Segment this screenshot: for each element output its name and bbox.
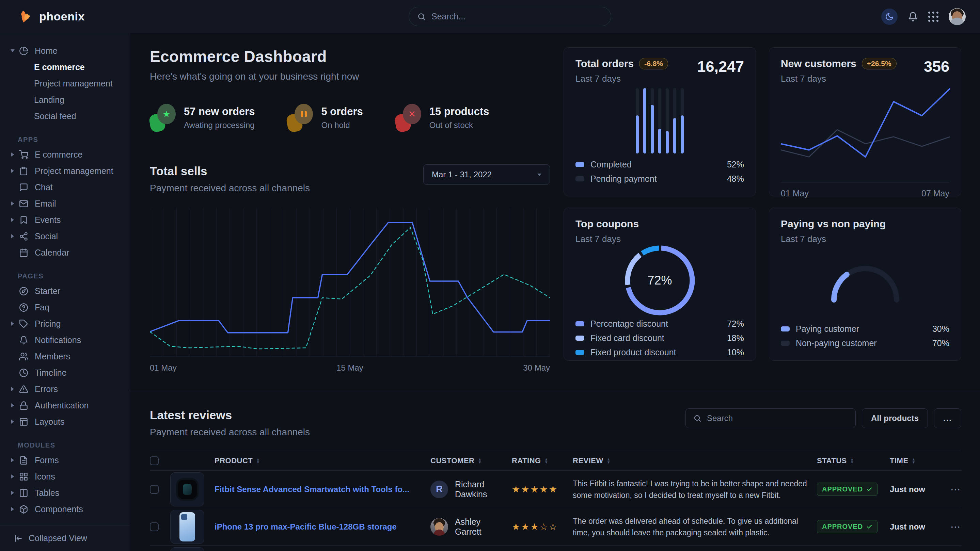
sidebar-subitem-social-feed[interactable]: Social feed bbox=[0, 108, 130, 124]
sidebar-item-calendar[interactable]: Calendar bbox=[0, 245, 130, 261]
sidebar-item-label: Starter bbox=[35, 286, 60, 296]
user-avatar[interactable] bbox=[949, 8, 966, 25]
legend-row: Fixed product discount 10% bbox=[576, 345, 744, 359]
sidebar-item-layouts[interactable]: Layouts bbox=[0, 413, 130, 430]
x-label: 01 May bbox=[781, 189, 809, 198]
row-checkbox[interactable] bbox=[150, 522, 159, 531]
top-coupons-card: Top coupons Last 7 days 72% Percentage d… bbox=[563, 208, 756, 361]
legend-value: 30% bbox=[932, 324, 949, 334]
x-icon: ✕ bbox=[408, 109, 416, 119]
sidebar-item-notifications[interactable]: Notifications bbox=[0, 332, 130, 348]
sidebar-item-icons[interactable]: Icons bbox=[0, 468, 130, 484]
main-content: Ecommerce Dashboard Here's what's going … bbox=[130, 33, 980, 551]
legend-swatch bbox=[576, 176, 584, 181]
new-customers-chart-svg bbox=[781, 84, 950, 173]
column-header-customer[interactable]: CUSTOMER▲▼ bbox=[430, 456, 507, 465]
new-customers-card: New customers +26.5% Last 7 days 356 01 … bbox=[769, 47, 961, 196]
collapse-view-button[interactable]: Collapsed View bbox=[0, 525, 130, 551]
cart-icon bbox=[19, 150, 29, 159]
sidebar-item-members[interactable]: Members bbox=[0, 348, 130, 365]
card-period: Last 7 days bbox=[576, 73, 697, 84]
legend-swatch bbox=[781, 341, 790, 346]
column-header-time[interactable]: TIME▲▼ bbox=[890, 456, 937, 465]
theme-toggle-button[interactable] bbox=[881, 8, 897, 25]
sidebar-item-events[interactable]: Events bbox=[0, 212, 130, 228]
donut-center-value: 72% bbox=[648, 273, 672, 287]
sidebar: HomeE commerceProject managementLandingS… bbox=[0, 33, 130, 551]
reviews-table-header: PRODUCT▲▼ CUSTOMER▲▼ RATING▲▼ REVIEW▲▼ S… bbox=[150, 451, 961, 470]
sidebar-item-components[interactable]: Components bbox=[0, 501, 130, 517]
legend-row: Pending payment 48% bbox=[576, 171, 744, 186]
sidebar-item-project-management[interactable]: Project management bbox=[0, 163, 130, 179]
total-sells-chart: 01 May 15 May 30 May bbox=[150, 208, 550, 373]
global-search[interactable] bbox=[409, 7, 611, 26]
more-options-button[interactable]: ... bbox=[934, 408, 961, 428]
sidebar-item-e-commerce[interactable]: E commerce bbox=[0, 146, 130, 163]
sidebar-item-forms[interactable]: Forms bbox=[0, 452, 130, 468]
chevron-right-icon bbox=[10, 169, 16, 173]
sidebar-item-email[interactable]: Email bbox=[0, 195, 130, 212]
brand[interactable]: phoenix bbox=[19, 9, 85, 24]
sidebar-item-label: Components bbox=[35, 504, 83, 514]
sidebar-subitem-landing[interactable]: Landing bbox=[0, 92, 130, 108]
order-bar bbox=[673, 88, 676, 154]
top-navbar: phoenix bbox=[0, 0, 980, 33]
sidebar-item-errors[interactable]: Errors bbox=[0, 381, 130, 397]
select-all-checkbox[interactable] bbox=[150, 456, 159, 465]
order-bar bbox=[636, 88, 639, 154]
bell-icon bbox=[908, 11, 918, 22]
sidebar-item-timeline[interactable]: Timeline bbox=[0, 365, 130, 381]
sidebar-item-social[interactable]: Social bbox=[0, 228, 130, 245]
column-header-rating[interactable]: RATING▲▼ bbox=[512, 456, 568, 465]
share-icon bbox=[19, 232, 29, 241]
date-range-select[interactable]: Mar 1 - 31, 2022 bbox=[423, 164, 550, 185]
chevron-right-icon bbox=[10, 420, 16, 424]
columns-icon bbox=[19, 488, 29, 497]
sidebar-subitem-project-management[interactable]: Project management bbox=[0, 75, 130, 92]
notifications-button[interactable] bbox=[908, 11, 918, 22]
row-menu-button[interactable]: ⋯ bbox=[942, 521, 961, 533]
row-checkbox[interactable] bbox=[150, 485, 159, 494]
product-link[interactable]: Fitbit Sense Advanced Smartwatch with To… bbox=[215, 484, 426, 495]
grid-icon bbox=[928, 11, 939, 22]
apps-menu-button[interactable] bbox=[928, 11, 939, 22]
card-period: Last 7 days bbox=[576, 234, 744, 245]
reviews-subtitle: Payment received across all channels bbox=[150, 427, 310, 438]
legend-value: 70% bbox=[932, 338, 949, 348]
column-header-review[interactable]: REVIEW▲▼ bbox=[573, 456, 812, 465]
sidebar-item-faq[interactable]: Faq bbox=[0, 299, 130, 316]
product-link[interactable]: iPhone 13 pro max-Pacific Blue-128GB sto… bbox=[215, 521, 426, 533]
latest-reviews-section: Latest reviews Payment received across a… bbox=[130, 392, 980, 551]
table-row bbox=[150, 545, 961, 551]
all-products-button[interactable]: All products bbox=[862, 408, 928, 428]
change-badge: +26.5% bbox=[862, 58, 897, 70]
product-image[interactable] bbox=[170, 510, 204, 544]
product-image[interactable] bbox=[170, 547, 204, 551]
row-menu-button[interactable]: ⋯ bbox=[942, 483, 961, 495]
reviews-table: PRODUCT▲▼ CUSTOMER▲▼ RATING▲▼ REVIEW▲▼ S… bbox=[150, 451, 961, 551]
reviews-search[interactable] bbox=[686, 408, 856, 428]
column-header-status[interactable]: STATUS▲▼ bbox=[817, 456, 885, 465]
sidebar-item-label: Tables bbox=[35, 488, 59, 498]
product-image[interactable] bbox=[170, 472, 204, 507]
global-search-input[interactable] bbox=[431, 11, 603, 21]
calendar-icon bbox=[19, 248, 29, 257]
customer-avatar bbox=[430, 518, 448, 536]
sidebar-item-pricing[interactable]: Pricing bbox=[0, 316, 130, 332]
sidebar-item-label: Members bbox=[35, 352, 70, 361]
reviews-search-input[interactable] bbox=[707, 413, 848, 423]
column-header-product[interactable]: PRODUCT▲▼ bbox=[215, 456, 426, 465]
card-period: Last 7 days bbox=[781, 73, 924, 84]
bell-icon bbox=[19, 335, 29, 345]
card-period: Last 7 days bbox=[781, 234, 949, 245]
x-label: 30 May bbox=[523, 363, 550, 373]
sidebar-item-chat[interactable]: Chat bbox=[0, 179, 130, 195]
sidebar-item-starter[interactable]: Starter bbox=[0, 283, 130, 299]
sidebar-item-tables[interactable]: Tables bbox=[0, 484, 130, 501]
chevron-right-icon bbox=[10, 152, 16, 157]
sidebar-item-home[interactable]: Home bbox=[0, 43, 130, 59]
sidebar-subitem-e-commerce[interactable]: E commerce bbox=[0, 59, 130, 75]
sidebar-item-authentication[interactable]: Authentication bbox=[0, 397, 130, 413]
card-title: Top coupons bbox=[576, 218, 639, 230]
chevron-right-icon bbox=[10, 234, 16, 238]
